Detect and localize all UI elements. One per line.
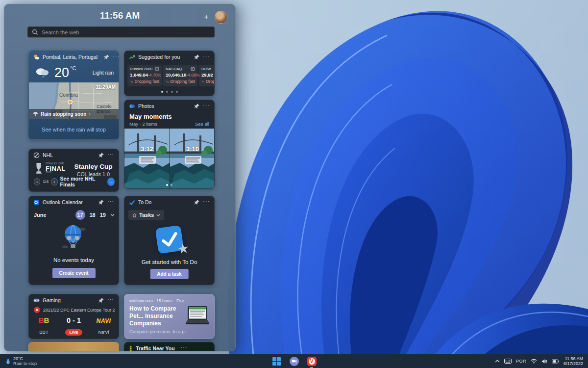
nhl-see-more-link[interactable]: See more NHL Finals [60, 176, 105, 187]
more-options-icon[interactable]: ··· [107, 152, 114, 159]
todo-empty-text: Get started with To Do [124, 259, 214, 265]
partial-widget[interactable] [28, 342, 119, 351]
pin-icon[interactable] [194, 199, 200, 206]
gamepad-icon [33, 297, 40, 304]
nhl-logo-icon [33, 152, 40, 158]
weather-link[interactable]: See when the rain will stop [29, 127, 119, 132]
news-widget[interactable]: wikihow.com · 15 hours · From tl How to … [124, 294, 215, 339]
chat-icon [290, 357, 299, 366]
stock-name: DOW [201, 67, 211, 71]
chat-button[interactable] [289, 356, 299, 367]
start-button[interactable] [271, 356, 282, 367]
taskbar-temp: 20°C [13, 356, 37, 361]
create-event-button[interactable]: Create event [52, 268, 95, 278]
down-arrow-icon [201, 80, 204, 83]
stocks-pagination-dots[interactable] [124, 91, 214, 93]
down-arrow-icon [166, 80, 169, 83]
stock-change: -4.70% [148, 73, 161, 78]
photo-thumbnail-1[interactable]: 3:12 [124, 129, 170, 189]
tasks-list-label: Tasks [139, 212, 154, 218]
stock-trend: Dropping fast [170, 79, 195, 84]
weather-condition: Light rain [93, 70, 114, 76]
chevron-down-icon[interactable] [110, 213, 115, 216]
search-icon [32, 29, 38, 35]
pin-icon[interactable] [103, 54, 110, 60]
temperature-value: 20 [54, 65, 69, 80]
tray-chevron-up-icon[interactable] [495, 360, 500, 363]
photos-pagination-dots[interactable] [124, 184, 214, 186]
photos-heading: May moments [129, 113, 172, 120]
more-options-icon[interactable]: ··· [203, 199, 210, 206]
pin-icon[interactable] [194, 103, 200, 109]
calendar-day-19[interactable]: 19 [100, 212, 106, 218]
home-icon [132, 213, 137, 217]
live-badge: LIVE [65, 329, 83, 336]
nhl-widget[interactable]: NHL ··· STANLEY CUP FINAL 2022 Stanley C… [28, 149, 119, 192]
tray-date: 6/17/2022 [564, 361, 583, 366]
photos-widget[interactable]: Photos ··· May moments May · 2 items See… [124, 100, 215, 189]
stocks-widget[interactable]: Suggested for you ··· Russell 2000 1,649… [124, 51, 215, 96]
todo-widget[interactable]: To Do ··· Tasks Get started wit [124, 196, 215, 285]
traffic-light-icon [129, 345, 133, 352]
weather-widget[interactable]: Pombal, Leiria, Portugal ··· 20 °C Light… [28, 51, 119, 140]
stock-trend: Dropping fast [134, 79, 159, 84]
user-avatar[interactable] [215, 11, 227, 24]
watch-plus-icon[interactable] [191, 67, 195, 71]
stock-card-russell[interactable]: Russell 2000 1,649.84 -4.70% Dropping [127, 65, 162, 86]
stock-card-dow[interactable]: DOW 29,92 Dropping fast [199, 65, 215, 86]
more-options-icon[interactable]: ··· [181, 345, 188, 352]
todo-check-icon [129, 199, 135, 206]
taskbar-weather-button[interactable]: 20°C Rain to stop [3, 355, 40, 367]
more-options-icon[interactable]: ··· [113, 53, 119, 61]
search-bar[interactable] [27, 26, 215, 38]
dpc-event-icon [34, 307, 40, 313]
chevron-down-icon [156, 214, 160, 216]
photos-see-all-link[interactable]: See all [195, 121, 209, 127]
traffic-title: Traffic Near You [136, 345, 175, 351]
prev-page-button[interactable]: ‹ [34, 178, 40, 185]
pin-icon[interactable] [98, 199, 104, 206]
widgets-panel: 11:56 AM + Pombal, Leiria, Portugal ··· [4, 4, 236, 351]
stock-card-nasdaq[interactable]: NASDAQ 10,646.10 -4.08% Dropping fast [163, 65, 197, 86]
pin-icon[interactable] [194, 54, 200, 60]
tray-clock[interactable]: 11:56 AM 6/17/2022 [564, 356, 585, 366]
pin-icon[interactable] [98, 297, 104, 304]
calendar-day-18[interactable]: 18 [90, 212, 96, 218]
more-options-icon[interactable]: ··· [203, 103, 210, 110]
pin-icon[interactable] [98, 152, 104, 158]
traffic-widget[interactable]: Traffic Near You ··· [124, 342, 215, 351]
map-attribution [104, 115, 117, 119]
stock-change: -4.08% [186, 73, 199, 78]
badge-year-text: 2022 [46, 172, 66, 174]
more-options-icon[interactable]: ··· [107, 199, 114, 206]
add-widget-button[interactable]: + [201, 12, 212, 23]
next-page-button[interactable]: › [51, 178, 57, 185]
more-options-icon[interactable]: ··· [203, 53, 210, 61]
news-headline: How to Compare Pet... Insurance Companie… [129, 305, 184, 327]
msn-weather-icon [33, 54, 40, 60]
add-task-button[interactable]: Add a task [150, 269, 189, 279]
more-options-icon[interactable]: ··· [107, 297, 114, 304]
team2-name: Na'Vi [98, 329, 109, 335]
watch-plus-icon[interactable] [155, 67, 159, 71]
trophy-icon [34, 162, 44, 175]
stock-value: 1,649.84 [130, 72, 148, 78]
stocks-title: Suggested for you [138, 54, 180, 60]
down-arrow-icon [130, 80, 133, 83]
calendar-day-17[interactable]: 17 [75, 210, 85, 220]
touch-keyboard-icon[interactable] [504, 359, 512, 364]
vivaldi-browser-button[interactable]: V [306, 356, 317, 367]
volume-icon[interactable] [541, 359, 547, 364]
stock-name: Russell 2000 [130, 67, 152, 71]
photo-thumbnail-2[interactable]: 3:10 [170, 129, 215, 189]
go-arrow-button[interactable]: → [107, 178, 115, 186]
outlook-calendar-widget[interactable]: Outlook Calendar ··· June 17 18 19 [28, 196, 119, 285]
battery-icon[interactable] [552, 359, 559, 364]
language-indicator[interactable]: POR [516, 359, 526, 364]
stock-value: 10,646.10 [166, 72, 186, 78]
tasks-list-selector[interactable]: Tasks [128, 210, 164, 220]
wifi-icon[interactable] [531, 359, 537, 364]
badge-final-text: FINAL [46, 165, 66, 172]
search-input[interactable] [42, 29, 210, 35]
gaming-widget[interactable]: Gaming ··· 2021/22 DPC Eastern Europe To… [28, 294, 119, 339]
